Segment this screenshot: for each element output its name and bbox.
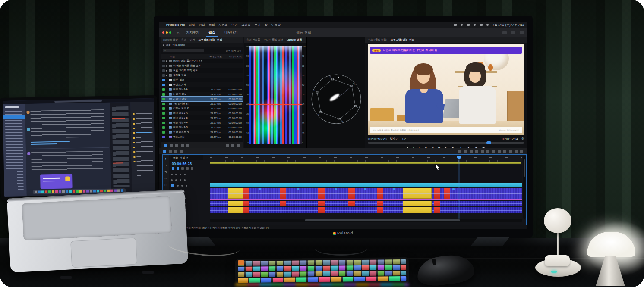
column-name[interactable]: 이름 (170, 55, 203, 58)
menu-file[interactable]: 파일 (189, 23, 195, 27)
menu-help[interactable]: 도움말 (271, 23, 281, 27)
project-row[interactable]: 프로 그래픽 자막 세트 (161, 68, 243, 73)
find-icon[interactable] (186, 144, 189, 147)
menu-marker[interactable]: 마커 (232, 23, 238, 27)
subtitle-track-strip[interactable] (210, 199, 522, 200)
minimize-window-button[interactable] (166, 31, 168, 34)
workspace-tab-edit[interactable]: 편집 (206, 29, 218, 37)
twirl-icon[interactable] (166, 65, 167, 67)
search-filter-label[interactable]: 전체 항목 검색 (226, 49, 241, 52)
control-center-icon[interactable] (486, 24, 489, 26)
project-row[interactable]: 메인 예능1-A29.97 fps00:00:00:00 (161, 87, 243, 92)
graphics-icon[interactable] (509, 150, 512, 153)
audio-track-1[interactable] (210, 201, 522, 206)
twirl-icon[interactable] (166, 60, 167, 62)
graphics-track-clips[interactable] (210, 188, 522, 199)
red-graphic-clip[interactable] (348, 188, 355, 199)
zoom-window-button[interactable] (169, 31, 171, 34)
tab-audio-clip-mixer[interactable]: 오디오 클립 믹서 (264, 38, 283, 42)
red-graphic-clip[interactable] (444, 188, 450, 199)
workspace-tab-export[interactable]: 내보내기 (222, 29, 240, 36)
scrollbar-thumb[interactable] (524, 159, 525, 177)
tab-effects[interactable]: 효과 (181, 38, 186, 42)
red-audio-clip[interactable] (377, 201, 383, 206)
track-v1-controls[interactable] (171, 183, 209, 188)
project-row[interactable]: 보정 테스트 컷29.97 fps00:00:00:00 (161, 130, 243, 134)
project-row[interactable]: 메인 예능2-A29.97 fps00:00:00:00 (161, 111, 243, 115)
channel-list[interactable] (5, 111, 23, 191)
active-channel-highlight[interactable] (3, 115, 25, 119)
red-audio-clip[interactable] (318, 207, 325, 213)
project-row[interactable]: 메인 예능3-B29.97 fps00:00:00:00 (161, 125, 243, 130)
project-row-selected[interactable]: 2_메인 영상29.97 fps00:00:00:00 (161, 97, 243, 101)
add-marker-icon[interactable] (174, 150, 177, 153)
automate-to-sequence-icon[interactable] (181, 144, 184, 147)
playhead-head[interactable] (457, 156, 461, 159)
column-media-start[interactable]: 미디어 시작 (222, 55, 242, 58)
project-row[interactable]: 리액션 모음 컷29.97 fps00:00:00:00 (161, 106, 243, 111)
resolution-dropdown[interactable]: 1/2 (402, 137, 406, 140)
menu-edit[interactable]: 편집 (199, 23, 205, 27)
insert-icon[interactable] (458, 150, 461, 153)
red-audio-clip[interactable] (434, 201, 440, 206)
keyboard-brightness-icon[interactable] (454, 24, 457, 26)
tab-source-monitor[interactable]: 소스: (클립 없음) (368, 38, 387, 42)
trim-icon[interactable] (486, 150, 489, 153)
workspaces-icon[interactable] (511, 31, 515, 34)
red-audio-clip[interactable] (243, 207, 249, 213)
slip-tool[interactable]: ◫ (164, 183, 167, 187)
source-patch-toggle[interactable] (171, 184, 174, 187)
project-bin-path[interactable]: 예능_편집.prproj (161, 43, 243, 47)
icon-view-icon[interactable] (170, 144, 173, 147)
new-bin-icon[interactable] (226, 144, 229, 147)
wifi-icon[interactable] (474, 24, 476, 26)
red-audio-clip[interactable] (318, 201, 325, 206)
effects-badge-icon[interactable] (515, 150, 518, 153)
red-audio-clip[interactable] (348, 201, 355, 206)
work-area-bar[interactable] (210, 162, 521, 164)
snap-toggle-icon[interactable] (172, 167, 174, 170)
project-row[interactable]: 더 예쁜 뷰티룸 합성 소스 (161, 63, 243, 68)
menu-sequence[interactable]: 시퀀스 (219, 23, 228, 27)
timeline-playhead[interactable] (459, 156, 459, 219)
list-view-icon[interactable] (164, 144, 167, 147)
audio-track-2[interactable] (210, 207, 522, 213)
tab-program-monitor[interactable]: 프로그램: 예능_편집 (391, 38, 414, 42)
close-window-button[interactable] (162, 31, 164, 34)
timeline-horizontal-scrollbar[interactable] (210, 219, 522, 222)
marker-toggle-icon[interactable] (181, 167, 184, 170)
yellow-audio-clip[interactable] (403, 201, 432, 206)
yellow-audio-clip[interactable] (403, 207, 432, 213)
lift-icon[interactable] (470, 150, 473, 153)
zoom-slider-icon[interactable] (175, 144, 178, 147)
timeline-timecode[interactable]: 00:00:56:23 (172, 162, 192, 166)
track-v3-controls[interactable] (171, 172, 209, 177)
program-timecode[interactable]: 00:00:56:23 (368, 137, 387, 141)
file-tree-rows[interactable] (136, 113, 154, 178)
project-row[interactable]: 메인 예능3-A29.97 fps00:00:00:00 (161, 120, 243, 125)
tab-lumetri-scopes[interactable]: Lumetri 범위 (287, 38, 302, 42)
tab-project[interactable]: 프로젝트: 예능_편집 (199, 38, 222, 42)
menu-app[interactable]: Premiere Pro (166, 23, 185, 26)
captions-icon[interactable] (503, 150, 506, 153)
nest-icon[interactable] (492, 150, 495, 153)
red-graphic-clip[interactable] (318, 188, 325, 199)
settings-wrench-icon[interactable]: ⚙ (521, 137, 524, 140)
linked-selection-toggle-icon[interactable] (177, 167, 179, 170)
column-framerate[interactable]: 프레임 속도 (203, 55, 222, 58)
search-input[interactable]: ⌕ (163, 49, 204, 52)
sequence-tab[interactable]: 예능_편집 × (171, 155, 203, 160)
track-v2-controls[interactable] (171, 177, 209, 183)
caption-track-icon[interactable] (191, 167, 193, 170)
audio-meter-icon[interactable] (498, 150, 501, 153)
fit-dropdown[interactable]: 맞추기 (390, 137, 399, 141)
video-track-empty[interactable] (210, 165, 522, 183)
scrollbar-thumb[interactable] (305, 219, 460, 221)
quick-export-icon[interactable] (502, 31, 507, 34)
project-row[interactable]: 예능_편집29.97 fps00:00:00:00 (161, 134, 243, 139)
project-row[interactable]: MAIN_예능(몰아보기) 소스 (161, 59, 243, 63)
settings-toggle-icon[interactable] (186, 167, 189, 170)
linked-selection-icon[interactable] (169, 150, 172, 153)
menu-bar-clock[interactable]: 7월 14일 (수) 오후 7:13 (492, 23, 524, 27)
purple-preview-card[interactable] (40, 174, 73, 189)
